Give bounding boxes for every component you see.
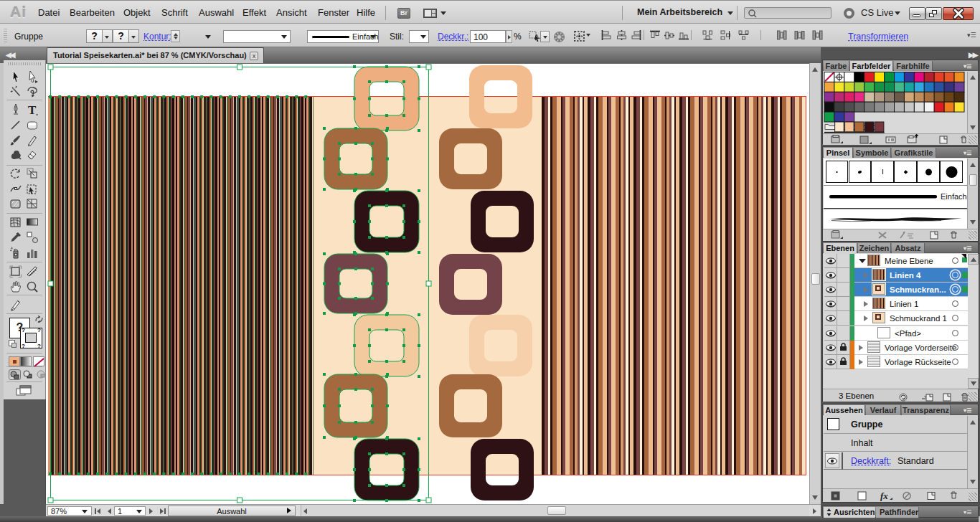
svg-text:Einfach: Einfach [941, 192, 967, 201]
svg-text:T: T [28, 103, 37, 117]
svg-text:fx: fx [880, 490, 888, 501]
